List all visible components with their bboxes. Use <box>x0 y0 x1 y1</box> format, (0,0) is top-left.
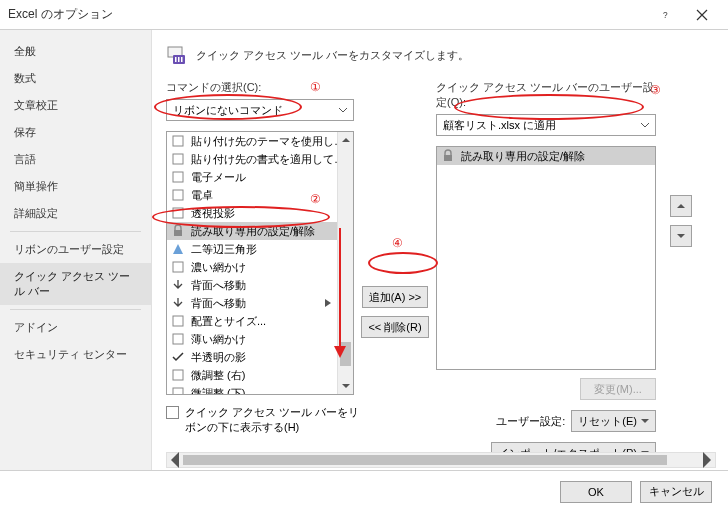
svg-rect-15 <box>173 370 183 380</box>
svg-rect-10 <box>173 208 183 218</box>
sidebar-item-formulas[interactable]: 数式 <box>0 65 151 92</box>
svg-rect-6 <box>173 136 183 146</box>
item-icon <box>171 314 185 328</box>
svg-rect-12 <box>173 262 183 272</box>
close-button[interactable] <box>684 1 720 29</box>
item-icon <box>171 386 185 394</box>
chevron-down-icon <box>641 417 649 425</box>
show-below-ribbon-label: クイック アクセス ツール バーをリボンの下に表示する(H) <box>185 405 366 436</box>
list-item[interactable]: 貼り付け先のテーマを使用して... <box>167 132 353 150</box>
list-item[interactable]: 微調整 (右) <box>167 366 353 384</box>
svg-rect-9 <box>173 190 183 200</box>
commands-combo[interactable]: リボンにないコマンド <box>166 99 354 121</box>
sidebar-item-ribbon[interactable]: リボンのユーザー設定 <box>0 236 151 263</box>
item-icon <box>171 188 185 202</box>
page-header: クイック アクセス ツール バーをカスタマイズします。 <box>196 48 469 63</box>
item-icon <box>171 296 185 310</box>
item-icon <box>171 206 185 220</box>
svg-rect-4 <box>178 57 180 62</box>
sidebar-item-qat[interactable]: クイック アクセス ツール バー <box>0 263 151 305</box>
list-item[interactable]: 薄い網かけ <box>167 330 353 348</box>
svg-rect-20 <box>444 155 452 161</box>
item-icon <box>171 332 185 346</box>
qat-target-value: 顧客リスト.xlsx に適用 <box>443 118 556 133</box>
item-icon <box>171 350 185 364</box>
svg-rect-16 <box>173 388 183 394</box>
titlebar: Excel のオプション ? <box>0 0 728 30</box>
svg-rect-5 <box>181 57 183 62</box>
item-icon <box>171 242 185 256</box>
sidebar-item-ease[interactable]: 簡単操作 <box>0 173 151 200</box>
dialog-footer: OK キャンセル <box>0 470 728 512</box>
item-icon <box>171 152 185 166</box>
qat-icon <box>166 44 188 66</box>
list-item[interactable]: 読み取り専用の設定/解除 <box>437 147 655 165</box>
commands-combo-value: リボンにないコマンド <box>173 103 283 118</box>
qat-listbox[interactable]: 読み取り専用の設定/解除 <box>436 146 656 370</box>
svg-rect-11 <box>174 230 182 236</box>
cancel-button[interactable]: キャンセル <box>640 481 712 503</box>
list-item[interactable]: 微調整 (下) <box>167 384 353 394</box>
qat-target-combo[interactable]: 顧客リスト.xlsx に適用 <box>436 114 656 136</box>
list-item[interactable]: 透視投影 <box>167 204 353 222</box>
move-down-button[interactable] <box>670 225 692 247</box>
modify-button: 変更(M)... <box>580 378 656 400</box>
commands-label: コマンドの選択(C): <box>166 80 354 95</box>
sidebar-item-addins[interactable]: アドイン <box>0 314 151 341</box>
list-item[interactable]: 電子メール <box>167 168 353 186</box>
list-item[interactable]: 濃い網かけ <box>167 258 353 276</box>
list-item[interactable]: 背面へ移動 <box>167 276 353 294</box>
sidebar-item-advanced[interactable]: 詳細設定 <box>0 200 151 227</box>
svg-rect-7 <box>173 154 183 164</box>
list-item[interactable]: 読み取り専用の設定/解除 <box>167 222 353 240</box>
main-panel: クイック アクセス ツール バーをカスタマイズします。 コマンドの選択(C): … <box>152 30 728 470</box>
item-icon <box>171 170 185 184</box>
qat-target-label: クイック アクセス ツール バーのユーザー設定(Q): <box>436 80 656 110</box>
svg-rect-8 <box>173 172 183 182</box>
svg-rect-13 <box>173 316 183 326</box>
scroll-left-button[interactable] <box>167 453 183 467</box>
scroll-right-button[interactable] <box>699 453 715 467</box>
sidebar-item-trust[interactable]: セキュリティ センター <box>0 341 151 368</box>
item-icon <box>171 134 185 148</box>
show-below-ribbon-checkbox[interactable] <box>166 406 179 419</box>
remove-button[interactable]: << 削除(R) <box>361 316 428 338</box>
svg-text:?: ? <box>663 11 668 20</box>
add-button[interactable]: 追加(A) >> <box>362 286 429 308</box>
sidebar-separator <box>10 309 141 310</box>
chevron-down-icon <box>339 104 347 116</box>
help-button[interactable]: ? <box>648 1 684 29</box>
list-item[interactable]: 電卓 <box>167 186 353 204</box>
lock-icon <box>441 149 455 163</box>
item-icon <box>171 368 185 382</box>
svg-rect-14 <box>173 334 183 344</box>
sidebar-item-proofing[interactable]: 文章校正 <box>0 92 151 119</box>
move-up-button[interactable] <box>670 195 692 217</box>
commands-listbox[interactable]: 貼り付け先のテーマを使用して...貼り付け先の書式を適用して貼...電子メール電… <box>166 131 354 395</box>
item-icon <box>171 224 185 238</box>
user-setting-label: ユーザー設定: <box>496 414 565 429</box>
window-title: Excel のオプション <box>8 6 648 23</box>
list-item[interactable]: 配置とサイズ... <box>167 312 353 330</box>
list-item[interactable]: 半透明の影 <box>167 348 353 366</box>
scroll-down-button[interactable] <box>338 378 353 394</box>
chevron-down-icon <box>641 119 649 131</box>
item-icon <box>171 260 185 274</box>
scroll-thumb[interactable] <box>340 342 351 366</box>
sidebar-item-language[interactable]: 言語 <box>0 146 151 173</box>
sidebar: 全般 数式 文章校正 保存 言語 簡単操作 詳細設定 リボンのユーザー設定 クイ… <box>0 30 152 470</box>
sidebar-item-general[interactable]: 全般 <box>0 38 151 65</box>
sidebar-item-save[interactable]: 保存 <box>0 119 151 146</box>
scrollbar-horizontal[interactable] <box>166 452 716 468</box>
svg-rect-3 <box>175 57 177 62</box>
scroll-thumb[interactable] <box>183 455 667 465</box>
scroll-up-button[interactable] <box>338 132 353 148</box>
submenu-icon <box>325 297 331 309</box>
reset-button[interactable]: リセット(E) <box>571 410 656 432</box>
list-item[interactable]: 二等辺三角形 <box>167 240 353 258</box>
list-item[interactable]: 背面へ移動 <box>167 294 353 312</box>
sidebar-separator <box>10 231 141 232</box>
list-item[interactable]: 貼り付け先の書式を適用して貼... <box>167 150 353 168</box>
scrollbar-vertical[interactable] <box>337 132 353 394</box>
ok-button[interactable]: OK <box>560 481 632 503</box>
